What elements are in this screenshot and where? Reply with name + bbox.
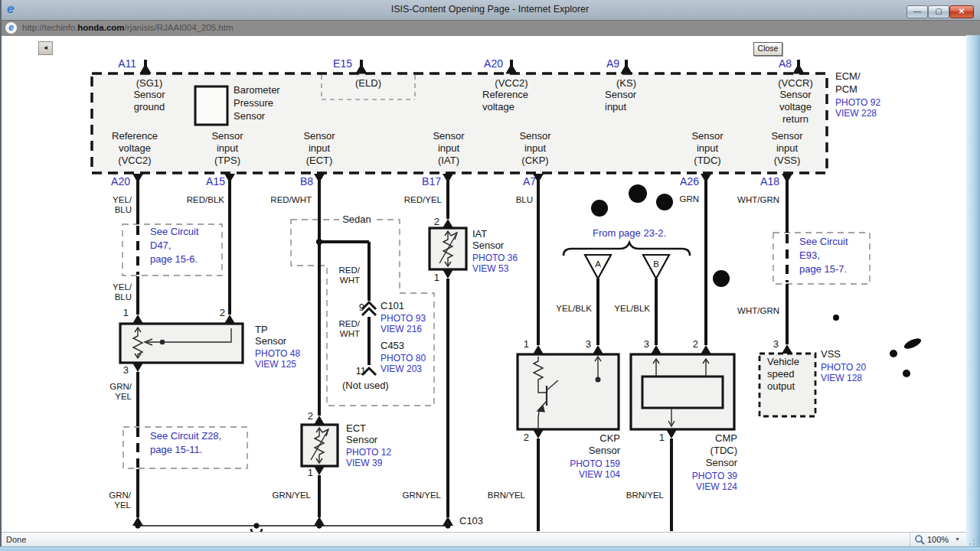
ect-photo-link[interactable]: PHOTO 12 <box>346 448 391 458</box>
pin-num-tp-1: 1 <box>123 308 129 319</box>
zoom-caret-icon[interactable]: ▼ <box>955 536 960 542</box>
vss-view-link[interactable]: VIEW 128 <box>821 373 862 383</box>
pin-id-b17[interactable]: B17 <box>422 176 441 188</box>
pin-id-a8[interactable]: A8 <box>779 58 792 70</box>
wire-label: BLU <box>516 195 533 205</box>
wire-label: YEL/ <box>113 282 132 292</box>
note-d47-3[interactable]: page 15-6. <box>150 254 198 266</box>
wire-label: RED/BLK <box>187 195 224 205</box>
pin-id-a11[interactable]: A11 <box>118 58 136 70</box>
wire-label: YEL/ <box>113 195 132 205</box>
c453-name: C453 <box>381 341 404 352</box>
ckp-sensor-name-2: Sensor <box>589 445 620 457</box>
browser-window: e ISIS-Content Opening Page - Internet E… <box>0 0 980 551</box>
note-e93-1[interactable]: See Circuit <box>799 236 848 248</box>
iat-sensor-name-1: IAT <box>472 229 487 240</box>
note-z28-1[interactable]: See Circuit Z28, <box>150 431 221 442</box>
pin-num-iat-2: 2 <box>434 217 439 228</box>
vss-box-label-3: output <box>767 381 795 393</box>
ecm-view-link[interactable]: VIEW 228 <box>835 109 877 119</box>
wire-label: RED/WHT <box>270 195 312 205</box>
pin-id-e15[interactable]: E15 <box>333 58 352 70</box>
ecm-label-ref-2: voltage <box>482 102 514 113</box>
cmp-sensor-box <box>631 354 734 429</box>
c453-photo-link[interactable]: PHOTO 80 <box>381 354 426 364</box>
cmp-photo-link[interactable]: PHOTO 39 <box>692 471 737 481</box>
pin-num-tp-3: 3 <box>123 365 129 377</box>
ecm-col-tdc-2: input <box>697 143 718 155</box>
pin-id-b8[interactable]: B8 <box>300 176 313 188</box>
ecm-label-ks-2: input <box>605 102 626 113</box>
vss-box-label-1: Vehicle <box>767 357 799 368</box>
triangle-b-letter: B <box>653 259 659 269</box>
c101-photo-link[interactable]: PHOTO 93 <box>381 314 426 324</box>
ecm-col-ect-1: Sensor <box>303 131 335 142</box>
ecm-col-tdc-1: Sensor <box>691 131 723 142</box>
zoom-level: 100% <box>927 535 949 544</box>
pin-id-a18[interactable]: A18 <box>760 176 779 188</box>
ecm-col-tps-3: (TPS) <box>214 155 240 167</box>
window-left-border <box>0 0 2 546</box>
ecm-label-vccr: (VCCR) <box>778 78 813 90</box>
c101-name: C101 <box>381 301 404 312</box>
tp-sensor-name-1: TP <box>255 324 268 336</box>
pin-id-a15[interactable]: A15 <box>206 176 225 188</box>
note-e93-3[interactable]: page 15-7. <box>799 264 847 276</box>
ecm-label-vcc2-top: (VCC2) <box>495 78 528 90</box>
ckp-photo-link[interactable]: PHOTO 159 <box>570 459 620 469</box>
pin-num-ckp-1: 1 <box>524 339 529 350</box>
pin-id-a20[interactable]: A20 <box>111 176 130 188</box>
ecm-col-tps-2: input <box>217 143 238 155</box>
iat-photo-link[interactable]: PHOTO 36 <box>472 253 518 263</box>
pin-num-cmp-1: 1 <box>659 432 665 444</box>
wire-label: BRN/YEL <box>626 491 664 500</box>
zoom-control[interactable]: 100% ▼ <box>910 533 967 547</box>
iat-view-link[interactable]: VIEW 53 <box>472 264 508 274</box>
note-d47-1[interactable]: See Circuit <box>150 227 199 238</box>
tp-view-link[interactable]: VIEW 125 <box>255 360 296 370</box>
cmp-sensor-name-3: Sensor <box>706 458 737 469</box>
note-d47-2[interactable]: D47, <box>150 240 171 252</box>
ecm-name-2: PCM <box>835 84 858 96</box>
wire-label: WHT <box>340 276 360 285</box>
not-used-label: (Not used) <box>342 380 389 392</box>
resize-grip[interactable] <box>969 536 978 545</box>
pin-id-a7[interactable]: A7 <box>523 176 536 188</box>
note-e93-2[interactable]: E93, <box>799 250 820 262</box>
vss-photo-link[interactable]: PHOTO 20 <box>821 363 866 373</box>
cmp-sensor-name-2: (TDC) <box>710 445 737 457</box>
ecm-col-vcc2-3: (VCC2) <box>118 155 151 167</box>
from-page-note[interactable]: From page 23-2. <box>593 228 666 240</box>
c101-view-link[interactable]: VIEW 216 <box>381 324 422 334</box>
ect-view-link[interactable]: VIEW 39 <box>346 458 382 468</box>
pin-id-a9[interactable]: A9 <box>606 58 619 70</box>
tp-sensor-name-2: Sensor <box>255 336 286 347</box>
wire-label: BLU <box>115 292 132 302</box>
window-bottom-border <box>0 546 980 551</box>
ecm-col-vss-2: input <box>776 143 798 155</box>
ecm-label-vccr-1: Sensor <box>779 90 811 101</box>
tp-photo-link[interactable]: PHOTO 48 <box>255 349 300 359</box>
wire-label: BRN/YEL <box>488 491 525 500</box>
ckp-view-link[interactable]: VIEW 104 <box>579 470 620 480</box>
ecm-col-iat-1: Sensor <box>433 131 464 142</box>
ecm-label-ks-1: Sensor <box>605 90 636 101</box>
pin-id-a26[interactable]: A26 <box>680 176 699 188</box>
cmp-view-link[interactable]: VIEW 124 <box>696 482 737 492</box>
ecm-col-vcc2-2: voltage <box>119 143 151 155</box>
ecm-label-eld: (ELD) <box>355 78 381 90</box>
pin-id-a20-top[interactable]: A20 <box>484 58 503 70</box>
ect-sensor-name-1: ECT <box>346 423 366 435</box>
ecm-photo-link[interactable]: PHOTO 92 <box>835 98 880 108</box>
baro-label-2: Pressure <box>234 98 273 109</box>
ckp-sensor-name-1: CKP <box>599 433 620 445</box>
wire-label: GRN/YEL <box>273 491 312 500</box>
magnifier-icon <box>914 534 925 545</box>
ecm-col-vss-1: Sensor <box>771 131 802 142</box>
wire-label: WHT/GRN <box>737 195 779 205</box>
ecm-label-vccr-3: return <box>782 114 808 126</box>
c453-view-link[interactable]: VIEW 203 <box>381 364 422 374</box>
ecm-col-vcc2-1: Reference <box>112 131 158 142</box>
note-z28-2[interactable]: page 15-11. <box>150 445 202 456</box>
wire-label: RED/ <box>339 266 360 276</box>
